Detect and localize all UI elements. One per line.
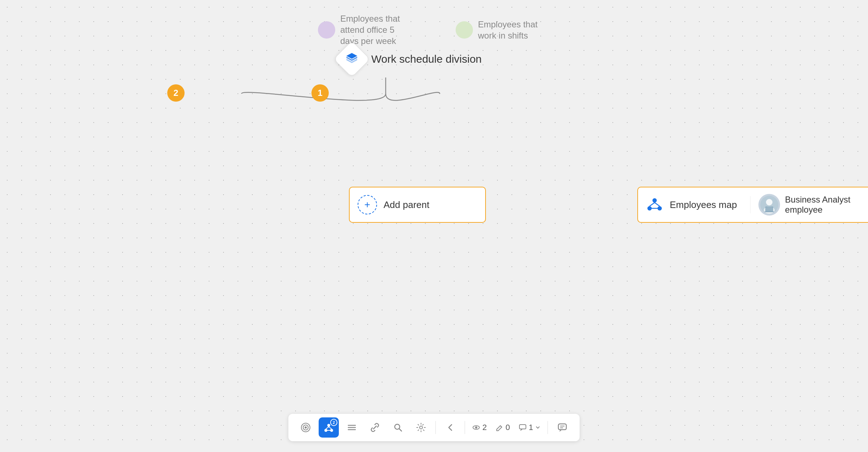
badge-2: 2 [167,84,185,102]
diamond-icon [333,41,370,77]
back-arrow-icon [445,422,455,433]
views-count-group: 2 [469,423,490,432]
svg-line-21 [326,427,329,429]
right-node-box[interactable]: Employees map Business Analyst employee [637,187,868,223]
link-button[interactable] [365,417,385,438]
svg-point-4 [652,198,657,203]
add-parent-label: Add parent [384,199,429,211]
legend: Employees that attend office 5 days per … [0,13,868,47]
svg-point-18 [327,424,330,427]
search-button[interactable] [388,417,408,438]
svg-rect-13 [765,207,773,212]
edits-count: 0 [505,423,510,432]
legend-item-office: Employees that attend office 5 days per … [318,13,412,47]
goal-button[interactable] [296,417,316,438]
svg-point-29 [420,426,422,429]
comments-count-group: 1 [516,423,543,432]
diagram-badge: 2 [330,419,337,426]
svg-point-17 [305,426,307,429]
edit-icon [495,424,503,431]
center-node-label: Work schedule division [371,53,482,65]
legend-item-shifts: Employees that work in shifts [456,19,550,41]
link-icon [370,422,380,433]
svg-point-31 [475,426,477,429]
legend-label-office: Employees that attend office 5 days per … [340,13,412,47]
toolbar-divider-2 [465,421,465,434]
target-icon [301,422,311,433]
list-button[interactable] [342,417,362,438]
center-node[interactable]: Work schedule division [339,46,482,72]
layer-stack-icon [345,52,359,65]
employee-avatar [758,194,780,216]
svg-rect-34 [558,424,566,430]
list-icon [347,422,357,433]
comment-button[interactable] [552,417,572,438]
svg-line-7 [650,203,655,206]
eye-icon [472,424,480,431]
chat-icon [557,422,567,433]
svg-line-8 [655,203,660,206]
gear-icon [416,422,426,433]
employees-map-icon [646,196,663,213]
add-circle-icon: + [358,195,377,214]
comment-icon-small [519,424,527,431]
toolbar-divider-3 [548,421,548,434]
add-parent-node[interactable]: + Add parent [349,187,486,223]
canvas: Employees that attend office 5 days per … [0,0,868,452]
back-button[interactable] [440,417,460,438]
avatar-svg [760,196,778,214]
legend-circle-office [318,21,335,39]
employees-map-label: Employees map [670,199,737,211]
business-analyst-section: Business Analyst employee [750,194,868,216]
toolbar: 2 [0,414,868,441]
legend-circle-shifts [456,21,473,39]
badge-1: 1 [311,84,329,102]
svg-line-32 [500,426,502,427]
svg-rect-14 [765,211,774,212]
diamond-icon-inner [345,52,359,67]
svg-line-28 [399,429,402,431]
svg-line-22 [329,427,332,429]
views-count: 2 [482,423,487,432]
svg-rect-33 [519,425,526,429]
comments-count: 1 [529,423,533,432]
svg-point-11 [766,199,772,205]
search-icon [393,422,403,433]
settings-button[interactable] [411,417,431,438]
chevron-down-icon [535,425,540,430]
business-analyst-label: Business Analyst employee [785,195,868,215]
diagram-btn-wrap: 2 [319,417,339,438]
toolbar-divider-1 [435,421,436,434]
employees-map-section: Employees map [638,196,750,213]
legend-label-shifts: Employees that work in shifts [478,19,550,41]
edits-count-group: 0 [492,423,513,432]
toolbar-inner: 2 [288,414,580,441]
